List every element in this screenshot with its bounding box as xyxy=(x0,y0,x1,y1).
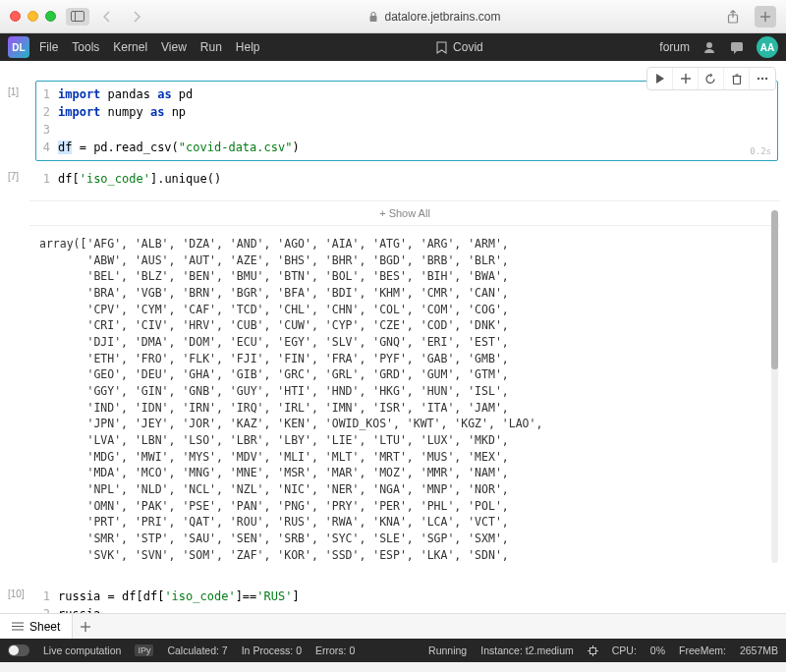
notebook-area[interactable]: [1] 0.2s 1import pandas as pd2import num… xyxy=(0,61,786,613)
menu-view[interactable]: View xyxy=(161,40,187,54)
svg-point-15 xyxy=(765,78,767,80)
code-content[interactable]: import numpy as np xyxy=(58,103,186,121)
browser-chrome: datalore.jetbrains.com xyxy=(0,0,786,33)
window-controls xyxy=(10,11,56,22)
svg-point-14 xyxy=(761,78,763,80)
svg-rect-21 xyxy=(590,647,595,653)
url-text: datalore.jetbrains.com xyxy=(384,10,500,24)
menu-kernel[interactable]: Kernel xyxy=(113,40,147,54)
fullscreen-button[interactable] xyxy=(45,11,56,22)
cell-label: [10] xyxy=(8,583,35,613)
line-number: 4 xyxy=(36,139,58,156)
output-scrollbar[interactable] xyxy=(771,210,778,563)
instance-status: Instance: t2.medium xyxy=(480,644,574,656)
address-bar[interactable]: datalore.jetbrains.com xyxy=(368,10,500,24)
new-tab-button[interactable] xyxy=(755,6,776,28)
cell-toolbar xyxy=(646,67,776,90)
live-computation-label: Live computation xyxy=(43,644,121,656)
avatar[interactable]: AA xyxy=(757,36,778,58)
svg-rect-2 xyxy=(370,16,377,22)
sheet-label: Sheet xyxy=(29,620,60,634)
cell-output: array(['AFG', 'ALB', 'DZA', 'AND', 'AGO'… xyxy=(29,230,780,573)
menu-help[interactable]: Help xyxy=(236,40,260,54)
menu-run[interactable]: Run xyxy=(200,40,222,54)
calculated-status: Calculated: 7 xyxy=(167,644,227,656)
delete-cell-button[interactable] xyxy=(724,68,750,89)
cpu-icon xyxy=(588,645,598,656)
close-window-button[interactable] xyxy=(10,11,21,22)
running-status: Running xyxy=(428,644,467,656)
freemem-label: FreeMem: xyxy=(679,644,726,656)
minimize-window-button[interactable] xyxy=(28,11,38,22)
code-content[interactable]: df = pd.read_csv("covid-data.csv") xyxy=(58,139,300,156)
forum-link[interactable]: forum xyxy=(659,40,690,54)
menu-tools[interactable]: Tools xyxy=(72,40,99,54)
app-logo-icon[interactable]: DL xyxy=(8,36,29,58)
line-number: 2 xyxy=(36,103,58,121)
add-sheet-button[interactable] xyxy=(73,614,98,639)
kernel-badge: IPy xyxy=(135,644,153,656)
code-cell[interactable]: 1df['iso_code'].unique() xyxy=(35,165,778,193)
execution-time: 0.2s xyxy=(750,145,771,159)
sidebar-toggle-button[interactable] xyxy=(66,8,89,26)
forward-button[interactable] xyxy=(125,8,148,26)
code-cell[interactable]: 0.2s 1import pandas as pd2import numpy a… xyxy=(35,81,778,161)
code-content[interactable]: import pandas as pd xyxy=(58,85,193,103)
cpu-value: 0% xyxy=(650,644,665,656)
cell-label: [1] xyxy=(8,81,35,161)
document-title: Covid xyxy=(453,40,483,54)
freemem-value: 2657MB xyxy=(740,644,778,656)
show-all-button[interactable]: + Show All xyxy=(29,200,780,226)
run-cell-button[interactable] xyxy=(647,68,673,89)
svg-point-13 xyxy=(758,78,759,80)
code-content[interactable]: russia = df[df['iso_code']=='RUS'] xyxy=(58,588,300,605)
menu-file[interactable]: File xyxy=(39,40,58,54)
inprocess-status: In Process: 0 xyxy=(242,644,302,656)
svg-rect-7 xyxy=(731,42,743,51)
bookmark-icon[interactable] xyxy=(436,41,447,54)
share-button[interactable] xyxy=(721,7,745,27)
status-bar: Live computation IPy Calculated: 7 In Pr… xyxy=(0,639,786,662)
cpu-label: CPU: xyxy=(612,644,637,656)
hamburger-icon xyxy=(12,622,24,631)
sheet-tab[interactable]: Sheet xyxy=(0,614,73,639)
back-button[interactable] xyxy=(95,8,119,26)
errors-status: Errors: 0 xyxy=(315,644,355,656)
line-number: 3 xyxy=(36,121,58,139)
live-computation-toggle[interactable] xyxy=(8,644,29,656)
scrollbar-thumb[interactable] xyxy=(771,210,778,369)
svg-point-6 xyxy=(706,42,712,48)
line-number: 1 xyxy=(36,588,58,605)
line-number: 1 xyxy=(36,85,58,103)
code-content[interactable]: df['iso_code'].unique() xyxy=(58,170,221,188)
cell-menu-button[interactable] xyxy=(750,68,775,89)
add-cell-button[interactable] xyxy=(673,68,699,89)
line-number: 1 xyxy=(36,170,58,188)
lock-icon xyxy=(368,11,378,23)
code-cell[interactable]: 1russia = df[df['iso_code']=='RUS']2russ… xyxy=(35,583,778,613)
cell-label: [7] xyxy=(8,165,35,193)
line-number: 2 xyxy=(36,605,58,613)
feedback-icon[interactable] xyxy=(729,39,745,55)
support-icon[interactable] xyxy=(702,39,717,55)
app-menu-bar: DL FileToolsKernelViewRunHelp Covid foru… xyxy=(0,33,786,61)
svg-rect-10 xyxy=(733,76,740,84)
code-content[interactable]: russia xyxy=(58,605,100,613)
avatar-initials: AA xyxy=(760,42,774,53)
restart-cell-button[interactable] xyxy=(699,68,724,89)
svg-rect-0 xyxy=(72,12,84,22)
sheet-tabs: Sheet xyxy=(0,613,786,639)
